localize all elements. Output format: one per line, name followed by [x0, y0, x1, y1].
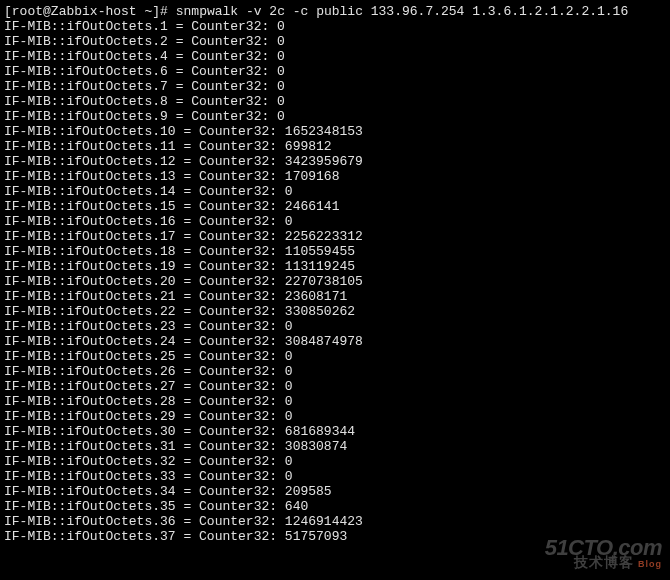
snmp-output-line: IF-MIB::ifOutOctets.33 = Counter32: 0: [4, 469, 666, 484]
snmp-output-line: IF-MIB::ifOutOctets.23 = Counter32: 0: [4, 319, 666, 334]
prompt-at: @: [43, 4, 51, 19]
snmp-output-line: IF-MIB::ifOutOctets.4 = Counter32: 0: [4, 49, 666, 64]
snmp-output-line: IF-MIB::ifOutOctets.26 = Counter32: 0: [4, 364, 666, 379]
snmp-output-line: IF-MIB::ifOutOctets.15 = Counter32: 2466…: [4, 199, 666, 214]
prompt-symbol: #: [160, 4, 168, 19]
command-text: snmpwalk -v 2c -c public 133.96.7.254 1.…: [176, 4, 628, 19]
snmp-output-line: IF-MIB::ifOutOctets.18 = Counter32: 1105…: [4, 244, 666, 259]
prompt-host: Zabbix-host: [51, 4, 137, 19]
snmp-output-line: IF-MIB::ifOutOctets.13 = Counter32: 1709…: [4, 169, 666, 184]
snmp-output-line: IF-MIB::ifOutOctets.22 = Counter32: 3308…: [4, 304, 666, 319]
snmp-output-line: IF-MIB::ifOutOctets.17 = Counter32: 2256…: [4, 229, 666, 244]
prompt-close: ]: [152, 4, 160, 19]
snmp-output-line: IF-MIB::ifOutOctets.21 = Counter32: 2360…: [4, 289, 666, 304]
shell-prompt-line: [root@Zabbix-host ~]# snmpwalk -v 2c -c …: [4, 4, 666, 19]
snmp-output-line: IF-MIB::ifOutOctets.19 = Counter32: 1131…: [4, 259, 666, 274]
snmp-output-line: IF-MIB::ifOutOctets.14 = Counter32: 0: [4, 184, 666, 199]
snmp-output-line: IF-MIB::ifOutOctets.35 = Counter32: 640: [4, 499, 666, 514]
snmp-output-line: IF-MIB::ifOutOctets.28 = Counter32: 0: [4, 394, 666, 409]
snmp-output-line: IF-MIB::ifOutOctets.10 = Counter32: 1652…: [4, 124, 666, 139]
snmp-output-line: IF-MIB::ifOutOctets.1 = Counter32: 0: [4, 19, 666, 34]
watermark: 51CTO.com 技术博客Blog: [545, 540, 662, 572]
snmp-output-line: IF-MIB::ifOutOctets.2 = Counter32: 0: [4, 34, 666, 49]
snmp-output-line: IF-MIB::ifOutOctets.8 = Counter32: 0: [4, 94, 666, 109]
watermark-subtitle: 技术博客Blog: [545, 555, 662, 572]
snmp-output-line: IF-MIB::ifOutOctets.12 = Counter32: 3423…: [4, 154, 666, 169]
snmp-output-line: IF-MIB::ifOutOctets.30 = Counter32: 6816…: [4, 424, 666, 439]
snmp-output-line: IF-MIB::ifOutOctets.6 = Counter32: 0: [4, 64, 666, 79]
snmp-output-line: IF-MIB::ifOutOctets.37 = Counter32: 5175…: [4, 529, 666, 544]
snmp-output-line: IF-MIB::ifOutOctets.27 = Counter32: 0: [4, 379, 666, 394]
snmp-output-line: IF-MIB::ifOutOctets.20 = Counter32: 2270…: [4, 274, 666, 289]
snmp-output-line: IF-MIB::ifOutOctets.34 = Counter32: 2095…: [4, 484, 666, 499]
snmp-output-line: IF-MIB::ifOutOctets.36 = Counter32: 1246…: [4, 514, 666, 529]
snmp-output-line: IF-MIB::ifOutOctets.11 = Counter32: 6998…: [4, 139, 666, 154]
snmp-output-line: IF-MIB::ifOutOctets.7 = Counter32: 0: [4, 79, 666, 94]
snmp-output-line: IF-MIB::ifOutOctets.29 = Counter32: 0: [4, 409, 666, 424]
prompt-user: root: [12, 4, 43, 19]
snmp-output-line: IF-MIB::ifOutOctets.32 = Counter32: 0: [4, 454, 666, 469]
snmp-output-line: IF-MIB::ifOutOctets.16 = Counter32: 0: [4, 214, 666, 229]
terminal-output: IF-MIB::ifOutOctets.1 = Counter32: 0IF-M…: [4, 19, 666, 544]
snmp-output-line: IF-MIB::ifOutOctets.24 = Counter32: 3084…: [4, 334, 666, 349]
snmp-output-line: IF-MIB::ifOutOctets.31 = Counter32: 3083…: [4, 439, 666, 454]
snmp-output-line: IF-MIB::ifOutOctets.9 = Counter32: 0: [4, 109, 666, 124]
prompt-open: [: [4, 4, 12, 19]
snmp-output-line: IF-MIB::ifOutOctets.25 = Counter32: 0: [4, 349, 666, 364]
